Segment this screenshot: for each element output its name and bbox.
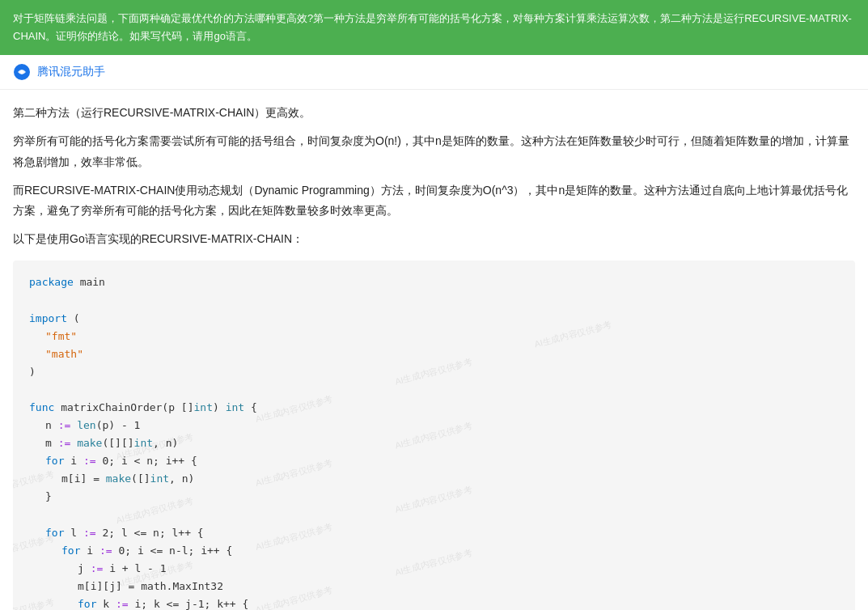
type-keyword: int [134, 437, 153, 449]
string-literal: "fmt" [45, 330, 77, 342]
code-line: n := len(p) - 1 [29, 417, 839, 434]
operator: := [58, 437, 71, 449]
builtin: len [77, 419, 95, 431]
code-line: ) [29, 363, 839, 381]
keyword: import [29, 312, 67, 324]
response-para3: 以下是使用Go语言实现的RECURSIVE-MATRIX-CHAIN： [13, 229, 855, 249]
banner-text: 对于矩阵链乘法问题，下面两种确定最优代价的方法哪种更高效?第一种方法是穷举所有可… [13, 12, 852, 42]
code-line: m := make([][]int, n) [29, 434, 839, 452]
code-line: for i := 0; i <= n-l; i++ { [29, 542, 839, 560]
type-keyword: int [194, 401, 213, 413]
code-line: } [29, 488, 839, 506]
assistant-name: 腾讯混元助手 [37, 65, 105, 79]
code-content: package main import ( "fmt" "math" ) fun… [29, 273, 839, 610]
response-para1: 穷举所有可能的括号化方案需要尝试所有可能的括号组合，时间复杂度为O(n!)，其中… [13, 131, 855, 172]
code-line: for l := 2; l <= n; l++ { [29, 524, 839, 542]
code-block: AI生成内容仅供参考 AI生成内容仅供参考 AI生成内容仅供参考 AI生成内容仅… [13, 261, 855, 610]
operator: := [83, 527, 96, 539]
keyword: for [45, 527, 64, 539]
code-line: for k := i; k <= j-1; k++ { [29, 595, 839, 610]
operator: := [58, 419, 71, 431]
code-line: package main [29, 273, 839, 291]
string-literal: "math" [45, 348, 83, 360]
keyword: package [29, 276, 74, 288]
type-keyword: int [150, 472, 169, 485]
code-line [29, 291, 839, 309]
builtin: make [106, 472, 131, 485]
response-para2: 而RECURSIVE-MATRIX-CHAIN使用动态规划（Dynamic Pr… [13, 180, 855, 221]
response-title: 第二种方法（运行RECURSIVE-MATRIX-CHAIN）更高效。 [13, 103, 855, 123]
operator: := [116, 598, 129, 610]
keyword: for [61, 544, 80, 557]
svg-point-1 [20, 70, 23, 74]
code-line: "fmt" [29, 328, 839, 345]
operator: := [100, 544, 112, 557]
operator: := [83, 455, 96, 467]
assistant-logo-icon [13, 63, 31, 81]
code-line: j := i + l - 1 [29, 560, 839, 578]
operator: := [91, 562, 104, 574]
top-banner: 对于矩阵链乘法问题，下面两种确定最优代价的方法哪种更高效?第一种方法是穷举所有可… [0, 0, 868, 55]
code-line [29, 506, 839, 524]
code-line: m[i] = make([]int, n) [29, 470, 839, 488]
assistant-header: 腾讯混元助手 [0, 55, 868, 90]
content-area: 第二种方法（运行RECURSIVE-MATRIX-CHAIN）更高效。 穷举所有… [0, 90, 868, 610]
builtin: make [77, 437, 102, 449]
keyword: func [29, 401, 54, 413]
keyword: for [45, 455, 64, 467]
code-line [29, 381, 839, 399]
response-text: 第二种方法（运行RECURSIVE-MATRIX-CHAIN）更高效。 穷举所有… [13, 103, 855, 249]
type-keyword: int [226, 401, 244, 413]
code-line: m[i][j] = math.MaxInt32 [29, 578, 839, 595]
code-line: for i := 0; i < n; i++ { [29, 452, 839, 470]
code-line: func matrixChainOrder(p []int) int { [29, 399, 839, 417]
code-line: import ( [29, 310, 839, 328]
keyword: for [78, 598, 96, 610]
code-line: "math" [29, 345, 839, 363]
